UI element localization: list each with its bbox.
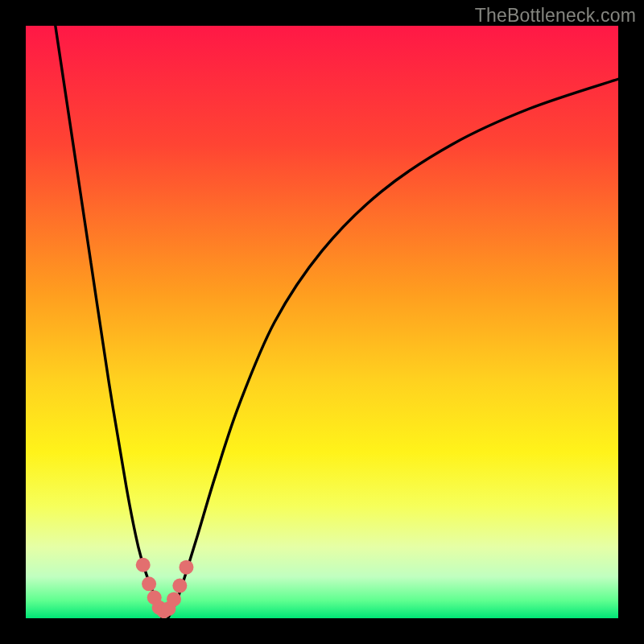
chart-frame: TheBottleneck.com bbox=[0, 0, 644, 644]
svg-rect-0 bbox=[26, 26, 618, 618]
marker-dot bbox=[167, 592, 181, 606]
chart-canvas bbox=[26, 26, 618, 618]
marker-dot bbox=[172, 579, 187, 593]
chart-plot-area bbox=[26, 26, 618, 618]
marker-dot bbox=[136, 558, 151, 572]
watermark-text: TheBottleneck.com bbox=[475, 5, 636, 27]
marker-dot bbox=[142, 576, 156, 591]
marker-dot bbox=[179, 560, 193, 575]
